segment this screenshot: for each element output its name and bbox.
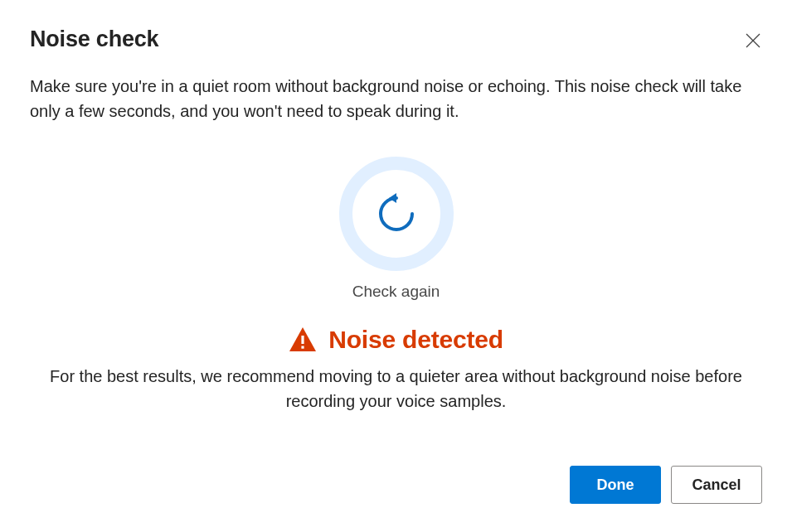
noise-check-dialog: Noise check Make sure you're in a quiet …: [0, 0, 792, 532]
status-description: For the best results, we recommend movin…: [30, 364, 762, 414]
check-section: Check again: [30, 157, 762, 301]
check-again-button[interactable]: [339, 157, 454, 271]
retry-icon: [376, 193, 417, 235]
cancel-button[interactable]: Cancel: [671, 466, 762, 504]
close-icon: [746, 33, 760, 48]
done-button[interactable]: Done: [570, 466, 661, 504]
dialog-header: Noise check: [30, 27, 762, 52]
status-section: Noise detected For the best results, we …: [30, 326, 762, 414]
status-header: Noise detected: [289, 326, 503, 354]
close-button[interactable]: [742, 30, 764, 51]
warning-icon: [289, 326, 317, 354]
check-again-label: Check again: [352, 283, 440, 301]
dialog-description: Make sure you're in a quiet room without…: [30, 74, 762, 123]
svg-rect-2: [302, 336, 304, 344]
button-row: Done Cancel: [570, 466, 762, 504]
status-title: Noise detected: [328, 326, 503, 354]
svg-rect-3: [302, 346, 304, 349]
dialog-title: Noise check: [30, 27, 158, 52]
